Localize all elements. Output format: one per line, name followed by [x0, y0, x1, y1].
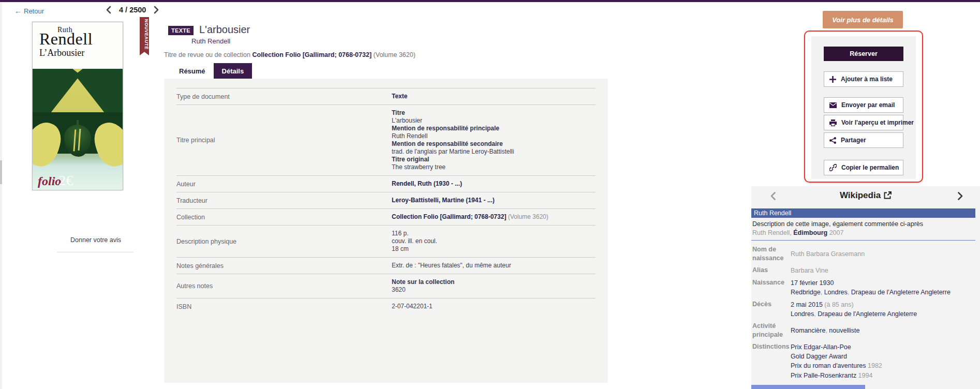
text-segment: 2-07-042201-1: [392, 303, 433, 310]
wiki-image-subcaption: Ruth Rendell, Édimbourg 2007: [752, 229, 975, 236]
wiki-prev-icon[interactable]: [770, 191, 776, 202]
wiki-rows: Nom de naissanceRuth Barbara GrasemannAl…: [751, 244, 975, 389]
scrollbar-thumb[interactable]: [0, 160, 2, 184]
table-row: Description physique116 p.couv. ill. en …: [176, 225, 596, 257]
cover-photo: folio2€: [33, 69, 123, 190]
button-label: Partager: [841, 137, 866, 144]
wiki-row-label: Alias: [752, 266, 791, 275]
wiki-infobox: Ruth Rendell Description de cette image,…: [751, 208, 975, 389]
copy-permalink-button[interactable]: Copier le permalien: [824, 160, 903, 175]
text-link[interactable]: 2 mai 2015: [791, 301, 823, 308]
new-item-ribbon: NOUVEAUTÉ: [140, 17, 149, 55]
text-segment: Note sur la collection: [392, 278, 454, 286]
back-link[interactable]: ←Retour: [14, 7, 44, 15]
text-segment: Édimbourg: [793, 229, 827, 236]
link-icon: [829, 164, 837, 171]
wiki-selected-row[interactable]: Auteur: [751, 385, 865, 389]
text-link[interactable]: Texte: [392, 93, 407, 100]
collection-suffix: (Volume 3620): [372, 51, 415, 58]
text-segment: Mention de responsabilité principale: [392, 125, 499, 132]
text-link[interactable]: Prix du roman d'aventures: [791, 362, 866, 369]
wiki-divider: [751, 240, 975, 241]
text-segment: The strawberry tree: [392, 163, 446, 171]
text-link[interactable]: Drapeau de l'Angleterre Angleterre: [851, 289, 951, 296]
text-segment: 18 cm: [392, 245, 409, 252]
button-label: Copier le permalien: [841, 164, 899, 171]
text-segment: 3620: [392, 286, 406, 293]
plus-icon: [829, 76, 836, 83]
row-label: Titre principal: [176, 137, 392, 144]
text-link[interactable]: Londres: [791, 310, 814, 318]
wikipedia-title-link[interactable]: Wikipedia: [751, 190, 980, 201]
tab-resume[interactable]: Résumé: [171, 63, 214, 79]
back-arrow-icon: ←: [14, 7, 22, 15]
actions-panel: Réserver Ajouter à ma listeEnvoyer par e…: [811, 36, 916, 179]
external-link-icon: [884, 191, 892, 199]
author-link[interactable]: Ruth Rendell: [191, 37, 230, 45]
text-link[interactable]: nouvelliste: [829, 327, 859, 334]
button-label: Ajouter à ma liste: [841, 76, 893, 83]
text-link[interactable]: Prix Edgar-Allan-Poe: [791, 343, 851, 351]
text-segment: trad. de l'anglais par Martine Leroy-Bat…: [392, 148, 514, 155]
page-scrollbar[interactable]: [0, 2, 2, 389]
more-details-button[interactable]: Voir plus de détails: [823, 11, 903, 28]
wiki-row-value: Barbara Vine: [791, 266, 828, 275]
text-link[interactable]: Leroy-Battistelli, Martine (1941 - ...): [392, 197, 495, 204]
tab-details[interactable]: Détails: [214, 63, 253, 79]
chevron-right-icon[interactable]: [154, 6, 159, 14]
chevron-left-icon[interactable]: [106, 6, 111, 14]
text-segment: (à 85 ans): [823, 301, 854, 308]
text-segment: couv. ill. en coul.: [392, 237, 437, 245]
wiki-next-icon[interactable]: [957, 191, 963, 202]
text-link[interactable]: Prix Palle-Rosenkrantz: [791, 372, 856, 379]
text-link[interactable]: Gold Dagger Award: [791, 353, 847, 360]
give-review-link[interactable]: Donner votre avis: [49, 236, 142, 244]
text-segment: Titre: [392, 109, 405, 116]
wiki-row-label: Distinctions: [752, 342, 791, 380]
text-link[interactable]: Londres: [824, 289, 848, 296]
text-segment: Mention de responsabilité secondaire: [392, 140, 503, 147]
text-segment: ,: [821, 289, 824, 296]
collection-link[interactable]: Collection Folio [Gallimard; 0768-0732]: [252, 51, 372, 58]
wiki-row-value: Ruth Barbara Grasemann: [791, 245, 865, 263]
table-row: Autres notesNote sur la collection3620: [176, 274, 596, 298]
text-link[interactable]: Drapeau de l'Angleterre Angleterre: [818, 310, 917, 318]
text-segment: Ruth Rendell,: [752, 229, 793, 236]
row-value: Collection Folio [Gallimard; 0768-0732] …: [392, 213, 548, 221]
text-link[interactable]: Redbridge: [791, 289, 821, 296]
wikipedia-panel: Wikipedia Ruth Rendell Description de ce…: [751, 186, 980, 389]
table-row: TraducteurLeroy-Battistelli, Martine (19…: [176, 192, 596, 208]
row-label: Collection: [176, 214, 392, 221]
back-label: Retour: [24, 7, 44, 15]
wiki-row-label: Naissance: [752, 278, 791, 297]
envelope-icon: [829, 102, 837, 108]
text-link[interactable]: 17 février 1930: [791, 279, 834, 287]
record-main: TEXTE L'arbousier Ruth Rendell Titre de …: [164, 0, 608, 383]
text-link[interactable]: Collection Folio [Gallimard; 0768-0732]: [392, 213, 506, 220]
text-segment: 116 p.: [392, 230, 408, 237]
book-cover[interactable]: Ruth Rendell L’Arbousier folio2€: [32, 22, 123, 190]
wiki-row-value: Romancière, nouvelliste: [791, 322, 859, 339]
share-button[interactable]: Partager: [824, 132, 903, 148]
row-label: ISBN: [176, 303, 392, 310]
record-pager: 4 / 2500: [106, 6, 159, 14]
text-link[interactable]: Romancière: [791, 327, 825, 334]
collection-line: Titre de revue ou de collection Collecti…: [164, 51, 415, 58]
cover-book-title: L’Arbousier: [39, 48, 123, 58]
text-segment: ,: [848, 289, 851, 296]
add-to-list-button[interactable]: Ajouter à ma liste: [824, 71, 903, 87]
review-divider: [57, 252, 133, 252]
text-segment: Titre original: [392, 156, 429, 163]
cover-title-band: Ruth Rendell L’Arbousier: [33, 22, 123, 69]
wiki-row: Nom de naissanceRuth Barbara Grasemann: [751, 244, 975, 264]
actions-highlight-box: Réserver Ajouter à ma listeEnvoyer par e…: [804, 31, 923, 183]
row-value: Rendell, Ruth (1930 - ...): [392, 180, 462, 188]
row-label: Traducteur: [176, 197, 392, 204]
send-email-button[interactable]: Envoyer par email: [824, 97, 903, 113]
details-table: Type de documentTexteTitre principalTitr…: [176, 88, 596, 315]
row-label: Autres notes: [176, 282, 392, 290]
print-preview-button[interactable]: Voir l'aperçu et imprimer: [824, 115, 903, 130]
text-segment: (Volume 3620): [506, 213, 548, 220]
text-link[interactable]: Rendell, Ruth (1930 - ...): [392, 180, 462, 187]
reserve-button[interactable]: Réserver: [824, 47, 903, 61]
